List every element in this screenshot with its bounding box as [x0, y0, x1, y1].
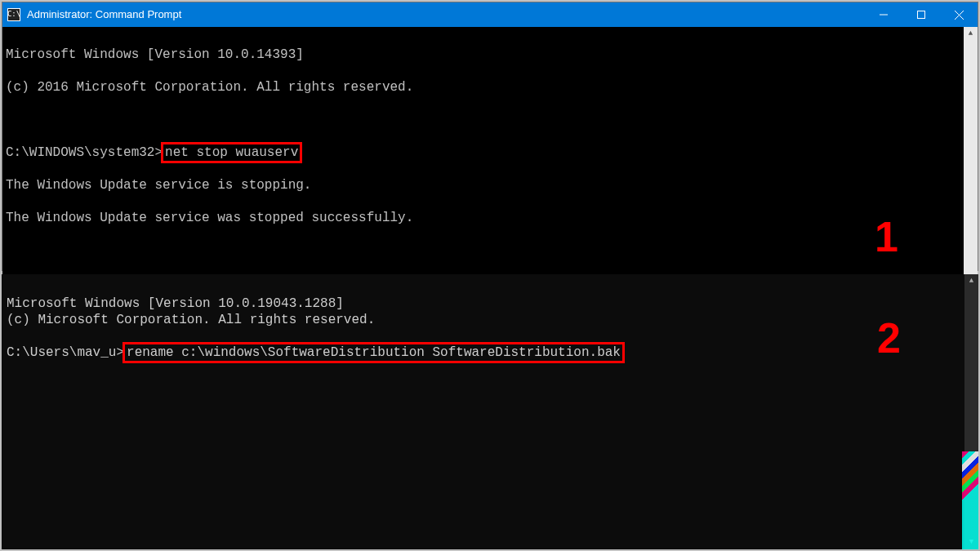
copyright-line: (c) Microsoft Corporation. All rights re…: [7, 313, 375, 327]
window-title: Administrator: Command Prompt: [27, 8, 865, 21]
titlebar[interactable]: C:\ Administrator: Command Prompt: [2, 2, 978, 27]
cmd-icon: C:\: [7, 8, 20, 21]
annotation-badge-1: 1: [875, 211, 898, 264]
scroll-up-icon[interactable]: ▲: [964, 27, 978, 41]
terminal-output-2[interactable]: Microsoft Windows [Version 10.0.19043.12…: [2, 274, 964, 549]
highlight-cmd-1: net stop wuauserv: [161, 142, 302, 163]
cmd-panel-2: Microsoft Windows [Version 10.0.19043.12…: [2, 274, 978, 549]
output-line: The Windows Update service is stopping.: [6, 177, 960, 193]
version-line: Microsoft Windows [Version 10.0.14393]: [6, 47, 960, 63]
version-line: Microsoft Windows [Version 10.0.19043.12…: [7, 296, 344, 311]
scroll-up-icon[interactable]: ▲: [964, 274, 978, 288]
highlight-cmd-3: rename c:\windows\SoftwareDistribution S…: [122, 342, 625, 363]
svg-rect-1: [918, 11, 925, 19]
maximize-button[interactable]: [902, 2, 940, 27]
prompt: C:\Users\mav_u>: [7, 345, 124, 360]
minimize-button[interactable]: [865, 2, 902, 27]
decorative-edge: [962, 451, 978, 549]
copyright-line: (c) 2016 Microsoft Corporation. All righ…: [6, 79, 960, 96]
output-line: The Windows Update service was stopped s…: [6, 210, 960, 226]
close-button[interactable]: [940, 2, 978, 27]
annotation-badge-2: 2: [877, 312, 901, 365]
cmd-window: C:\ Administrator: Command Prompt Micros…: [2, 2, 978, 271]
prompt: C:\WINDOWS\system32>: [6, 145, 163, 160]
